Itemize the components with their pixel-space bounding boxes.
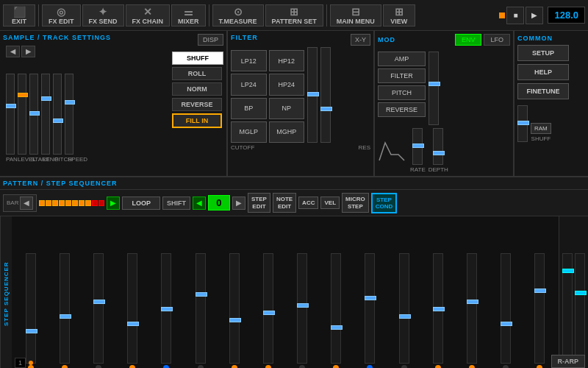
filter-np[interactable]: NP: [269, 98, 305, 119]
seq-fader-track-5[interactable]: [161, 253, 171, 364]
level-fader-track[interactable]: [18, 74, 26, 155]
filter-buttons-grid: LP12 HP12 LP24 HP24 BP NP MGLP MGHP: [231, 50, 304, 143]
seq-fader-track-4[interactable]: [127, 253, 137, 364]
step-prev-button[interactable]: ◀: [193, 197, 206, 210]
seq-fader-thumb-14: [467, 300, 478, 304]
amp-button[interactable]: AMP: [378, 52, 426, 66]
seq-fader-track-14[interactable]: [467, 253, 477, 364]
note-edit-button[interactable]: NOTE EDIT: [273, 193, 296, 213]
seq-fader-4: [117, 253, 148, 368]
fillin-button[interactable]: FILL IN: [172, 113, 222, 128]
pitch-mod-button[interactable]: PITCH: [378, 85, 426, 100]
seq-fader-track-6[interactable]: [196, 253, 206, 364]
right-fader-track-1[interactable]: [562, 253, 573, 368]
lfo-tab[interactable]: LFO: [484, 34, 510, 46]
step-edit-button[interactable]: STEP EDIT: [248, 193, 270, 213]
seq-dot-14: [469, 365, 475, 368]
nav-right-button[interactable]: ▶: [21, 46, 35, 57]
bar-next-button[interactable]: ▶: [107, 197, 120, 210]
seq-fader-3: [82, 253, 114, 368]
main-menu-button[interactable]: ⊟ MAIN MENU: [330, 4, 381, 26]
common-fader-track[interactable]: [517, 105, 528, 142]
rate-fader-track[interactable]: [412, 128, 423, 165]
seq-fader-track-11[interactable]: [365, 253, 375, 364]
seq-fader-track-1[interactable]: [26, 253, 36, 364]
filter-bp[interactable]: BP: [231, 98, 267, 119]
filter-hp12[interactable]: HP12: [269, 50, 305, 71]
step-cond-button[interactable]: STEP COND: [371, 193, 398, 213]
start-fader-track[interactable]: [29, 74, 38, 155]
right-fader-track-2[interactable]: [575, 253, 585, 368]
bottom-section: PATTERN / STEP SEQUENCER BAR ◀ ▶: [0, 177, 588, 368]
pan-fader-track[interactable]: [6, 74, 15, 155]
t-measure-button[interactable]: ⊙ T.MEASURE: [212, 4, 264, 26]
filter-mod-button[interactable]: FILTER: [378, 68, 426, 83]
mixer-icon: ⚌: [184, 6, 193, 18]
help-button[interactable]: HELP: [517, 64, 569, 80]
speed-fader-track[interactable]: [65, 74, 74, 155]
shuff-button[interactable]: SHUFF: [172, 52, 223, 65]
seq-fader-track-8[interactable]: [263, 253, 273, 364]
exit-button[interactable]: ⬛ EXIT: [3, 4, 35, 26]
loop-button[interactable]: LOOP: [122, 197, 160, 210]
filter-mglp[interactable]: MGLP: [231, 121, 267, 143]
mixer-button[interactable]: ⚌ MIXER: [171, 4, 206, 26]
pitch-fader-track[interactable]: [53, 74, 62, 155]
speed-fader-thumb: [65, 100, 75, 105]
xy-button[interactable]: X-Y: [351, 34, 370, 46]
bpm-display: 128.0: [548, 7, 585, 24]
filter-lp12[interactable]: LP12: [231, 50, 267, 71]
res-fader-track[interactable]: [320, 47, 331, 143]
seq-fader-track-7[interactable]: [229, 253, 240, 364]
micro-step-button[interactable]: MICRO STEP: [342, 193, 369, 213]
seq-fader-thumb-16: [534, 289, 546, 293]
bar-prev-button[interactable]: ◀: [20, 197, 33, 210]
view-button[interactable]: ⊞ VIEW: [383, 4, 415, 26]
mini-bar-5: [65, 200, 71, 206]
shift-button[interactable]: SHIFT: [162, 197, 190, 210]
r-arp-button[interactable]: R-ARP: [551, 355, 586, 368]
filter-mghp[interactable]: MGHP: [269, 121, 305, 143]
seq-fader-track-13[interactable]: [433, 253, 443, 364]
seq-fader-track-3[interactable]: [93, 253, 104, 364]
seq-fader-track-15[interactable]: [501, 253, 511, 364]
seq-fader-track-16[interactable]: [534, 253, 545, 364]
vel-button[interactable]: VEL: [320, 197, 340, 210]
fx-edit-button[interactable]: ◎ FX EDIT: [42, 4, 81, 26]
stop-button[interactable]: ■: [506, 7, 524, 24]
filter-lp24[interactable]: LP24: [231, 74, 267, 95]
step-next-button[interactable]: ▶: [232, 197, 245, 210]
seq-fader-track-9[interactable]: [297, 253, 307, 364]
mod-fader-track[interactable]: [429, 52, 439, 125]
play-button[interactable]: ▶: [526, 7, 543, 24]
norm-button[interactable]: NORM: [172, 82, 222, 96]
cutoff-fader-track[interactable]: [307, 47, 318, 143]
disp-button[interactable]: DISP: [198, 34, 223, 46]
seq-fader-9: [287, 253, 318, 368]
fx-chain-button[interactable]: ✕ FX CHAIN: [126, 4, 171, 26]
fx-send-button[interactable]: ✦ FX SEND: [82, 4, 124, 26]
filter-hp24[interactable]: HP24: [269, 74, 305, 95]
roll-button[interactable]: ROLL: [172, 67, 222, 80]
seq-fader-2: [49, 253, 80, 368]
seq-dot-3: [96, 365, 101, 368]
pan-fader-thumb: [6, 104, 16, 108]
seq-fader-14: [456, 253, 487, 368]
reverse-button[interactable]: REVERSE: [172, 98, 222, 111]
depth-fader-track[interactable]: [433, 128, 443, 165]
seq-fader-7: [218, 253, 250, 368]
seq-fader-track-12[interactable]: [399, 253, 409, 364]
seq-fader-track-10[interactable]: [331, 253, 341, 364]
finetune-button[interactable]: FINETUNE: [517, 83, 569, 99]
env-tab[interactable]: ENV: [455, 34, 482, 46]
pan-label: PAN: [6, 156, 15, 163]
setup-button[interactable]: SETUP: [517, 45, 569, 61]
seq-fader-track-2[interactable]: [60, 253, 70, 364]
pattern-set-button[interactable]: ⊞ PATTERN SET: [265, 4, 323, 26]
reverse-mod-button[interactable]: REVERSE: [378, 102, 426, 117]
common-fader-thumb: [517, 121, 529, 125]
acc-button[interactable]: ACC: [298, 197, 318, 210]
leng-label: LENG: [43, 156, 51, 163]
leng-fader-track[interactable]: [41, 74, 50, 155]
nav-left-button[interactable]: ◀: [6, 46, 20, 57]
